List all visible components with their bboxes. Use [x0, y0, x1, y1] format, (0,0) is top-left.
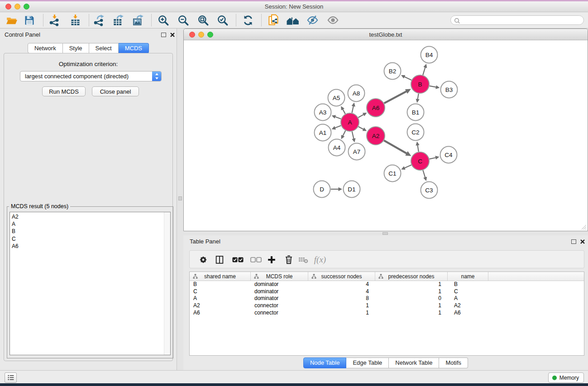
table-cell[interactable]: C	[448, 288, 488, 295]
zoom-fit-button[interactable]	[195, 13, 211, 27]
tab-motifs[interactable]: Motifs	[439, 357, 468, 368]
tab-mcds[interactable]: MCDS	[119, 43, 149, 53]
graph-edge-A-A7[interactable]	[352, 132, 354, 139]
table-cell[interactable]: 1	[375, 310, 448, 317]
select-stepper-icon[interactable]	[152, 71, 161, 81]
table-cell[interactable]: connector	[251, 302, 308, 310]
table-float-button[interactable]	[571, 239, 576, 244]
horizontal-splitter-handle[interactable]	[382, 232, 388, 235]
delete-column-button[interactable]	[282, 253, 296, 267]
save-session-button[interactable]	[21, 13, 38, 27]
tab-network-table[interactable]: Network Table	[389, 357, 439, 368]
graph-edge-B-B1[interactable]	[418, 94, 419, 100]
mcds-result-item[interactable]: A6	[12, 243, 163, 250]
table-cell[interactable]: 0	[375, 295, 448, 302]
tab-node-table[interactable]: Node Table	[303, 357, 347, 368]
table-row[interactable]: A2connector11A2	[190, 302, 584, 310]
table-cell[interactable]: dominator	[251, 281, 308, 288]
table-cell[interactable]: 4	[308, 281, 375, 288]
table-cell[interactable]: 1	[375, 288, 448, 295]
graph-edge-A-A6[interactable]	[358, 114, 364, 118]
tab-edge-table[interactable]: Edge Table	[346, 357, 389, 368]
table-cell[interactable]: 1	[375, 302, 448, 310]
graph-edge-A-A1[interactable]	[335, 126, 341, 128]
table-cell[interactable]: A	[190, 295, 251, 302]
criterion-select[interactable]: largest connected component (directed)	[20, 71, 162, 81]
select-all-button[interactable]	[230, 253, 245, 267]
export-image-button[interactable]	[130, 13, 146, 27]
table-cell[interactable]: 8	[308, 295, 375, 302]
column-header-shared-name[interactable]: shared name	[190, 272, 251, 281]
run-mcds-button[interactable]: Run MCDS	[42, 86, 86, 96]
graph-edge-B-B2[interactable]	[404, 76, 411, 80]
table-cell[interactable]: 1	[308, 310, 375, 317]
zoom-selected-button[interactable]	[215, 13, 231, 27]
mcds-result-item[interactable]: A	[12, 220, 163, 228]
table-cell[interactable]: 4	[308, 288, 375, 295]
float-panel-button[interactable]	[161, 33, 166, 37]
export-table-button[interactable]	[110, 13, 126, 27]
graph-edge-A-A3[interactable]	[335, 117, 341, 119]
import-network-button[interactable]	[46, 13, 62, 27]
table-row[interactable]: Cdominator41C	[190, 288, 584, 295]
column-header-predecessor-nodes[interactable]: predecessor nodes	[375, 272, 448, 281]
memory-button[interactable]: Memory	[548, 372, 584, 383]
graph-edge-C-C4[interactable]	[430, 157, 436, 159]
graph-edge-C-C2[interactable]	[417, 145, 418, 152]
task-history-button[interactable]	[5, 372, 17, 383]
graph-edge-A6-B[interactable]	[384, 91, 407, 104]
table-cell[interactable]: A	[448, 295, 488, 302]
tab-network[interactable]: Network	[28, 43, 63, 53]
column-header-MCDS-role[interactable]: MCDS role	[251, 272, 308, 281]
add-column-button[interactable]	[264, 253, 279, 267]
tab-select[interactable]: Select	[89, 43, 119, 53]
table-cell[interactable]: B	[448, 281, 488, 288]
network-canvas[interactable]: B4B2BB3A8A5A6A3B1AA1C2A2A4A7C4CC1C3DD1	[184, 40, 588, 231]
graph-edge-B-B4[interactable]	[423, 67, 425, 75]
first-neighbors-button[interactable]	[285, 13, 301, 27]
graph-edge-A-A8[interactable]	[352, 106, 354, 113]
table-close-icon[interactable]	[580, 239, 585, 244]
close-panel-icon[interactable]	[170, 32, 175, 38]
table-settings-button[interactable]	[196, 253, 210, 267]
mcds-result-item[interactable]: B	[12, 228, 163, 235]
table-cell[interactable]: A6	[448, 310, 488, 317]
import-table-button[interactable]	[67, 13, 83, 27]
delete-table-button[interactable]	[296, 253, 311, 267]
graph-edge-C-C1[interactable]	[404, 165, 411, 168]
network-window-titlebar[interactable]: testGlobe.txt	[184, 29, 588, 40]
column-header-name[interactable]: name	[448, 272, 488, 281]
table-cell[interactable]: A2	[448, 302, 488, 310]
zoom-in-button[interactable]	[155, 13, 172, 27]
open-session-button[interactable]	[4, 13, 20, 27]
table-row[interactable]: Adominator80A	[190, 295, 584, 302]
close-panel-button[interactable]: Close panel	[92, 86, 139, 96]
table-row[interactable]: A6connector11A6	[190, 310, 584, 317]
table-cell[interactable]: A6	[190, 310, 251, 317]
graph-edge-A-A5[interactable]	[343, 109, 345, 114]
resize-grip-icon[interactable]	[581, 224, 587, 230]
refresh-layout-button[interactable]	[240, 13, 256, 27]
table-row[interactable]: Bdominator41B	[190, 281, 584, 288]
table-cell[interactable]: A2	[190, 302, 251, 310]
graph-edge-A-A2[interactable]	[359, 127, 364, 129]
show-all-button[interactable]	[325, 13, 341, 27]
graph-edge-A-A4[interactable]	[343, 131, 345, 136]
column-header-successor-nodes[interactable]: successor nodes	[308, 272, 375, 281]
table-cell[interactable]: B	[190, 281, 251, 288]
deselect-all-button[interactable]	[249, 253, 263, 267]
graph-edge-A2-C[interactable]	[384, 140, 407, 153]
mcds-result-item[interactable]: A2	[12, 213, 163, 220]
table-cell[interactable]: C	[190, 288, 251, 295]
search-input[interactable]	[450, 15, 584, 25]
table-cell[interactable]: 1	[375, 281, 448, 288]
new-network-from-selection-button[interactable]	[265, 13, 282, 27]
table-cell[interactable]: dominator	[251, 295, 308, 302]
hide-selected-button[interactable]	[304, 13, 320, 27]
zoom-out-button[interactable]	[175, 13, 191, 27]
export-network-button[interactable]	[91, 13, 107, 27]
tab-style[interactable]: Style	[63, 43, 89, 53]
table-cell[interactable]: 1	[308, 302, 375, 310]
function-builder-button[interactable]: f(x)	[313, 253, 327, 267]
vertical-splitter-handle[interactable]	[178, 196, 182, 200]
